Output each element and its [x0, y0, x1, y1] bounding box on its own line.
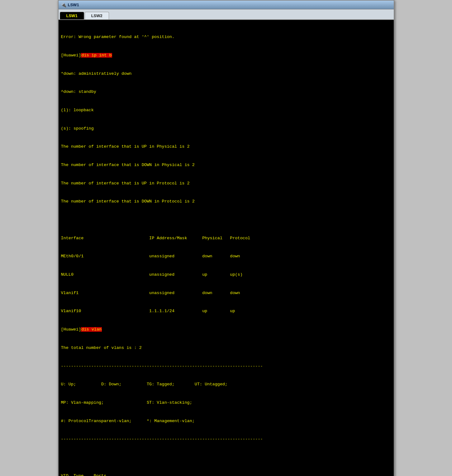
line-mp: MP: Vlan-mapping; ST: Vlan-stacking;: [61, 400, 391, 406]
tab-lsw1[interactable]: LSW1: [60, 12, 84, 19]
window-title: LSW1: [68, 2, 79, 7]
line-cmd2: [Huawei]dis vlan: [61, 326, 391, 333]
terminal-output: Error: Wrong parameter found at '^' posi…: [59, 20, 394, 476]
line-blank1: [61, 217, 391, 223]
line-loopback: (l): loopback: [61, 107, 391, 113]
line-protocol: #: ProtocolTransparent-vlan; *: Manageme…: [61, 418, 391, 424]
line-down-protocol: The number of interface that is DOWN in …: [61, 198, 391, 205]
line-up-physical: The number of interface that is UP in Ph…: [61, 144, 391, 150]
line-total-vlans: The total number of vlans is : 2: [61, 345, 391, 351]
line-u-up: U: Up; D: Down; TG: Tagged; UT: Untagged…: [61, 381, 391, 388]
line-vlanif1: Vlanif1 unassigned down down: [61, 290, 391, 296]
line-up-protocol: The number of interface that is UP in Pr…: [61, 180, 391, 187]
app-icon: 🔌: [61, 2, 66, 7]
tab-lsw2[interactable]: LSW2: [85, 12, 109, 19]
line-error: Error: Wrong parameter found at '^' posi…: [61, 34, 391, 40]
line-down-physical: The number of interface that is DOWN in …: [61, 162, 391, 168]
line-down1: *down: administratively down: [61, 71, 391, 77]
main-window: 🔌 LSW1 LSW1 LSW2 Error: Wrong parameter …: [58, 0, 394, 476]
line-vlanif10: Vlanif10 1.1.1.1/24 up up: [61, 308, 391, 314]
line-divider1: ----------------------------------------…: [61, 363, 391, 369]
title-bar: 🔌 LSW1: [59, 1, 394, 9]
line-meth: MEth0/0/1 unassigned down down: [61, 253, 391, 259]
line-cmd1: [Huawei]dis ip int b: [61, 52, 391, 59]
line-divider2: ----------------------------------------…: [61, 436, 391, 442]
line-down2: ^down: standby: [61, 89, 391, 95]
line-blank2: [61, 455, 391, 461]
line-vid-header: VID Type Ports: [61, 473, 391, 476]
line-spoofing: (s): spoofing: [61, 126, 391, 132]
line-null0: NULL0 unassigned up up(s): [61, 272, 391, 278]
line-header: Interface IP Address/Mask Physical Proto…: [61, 235, 391, 241]
tab-bar: LSW1 LSW2: [59, 9, 394, 20]
